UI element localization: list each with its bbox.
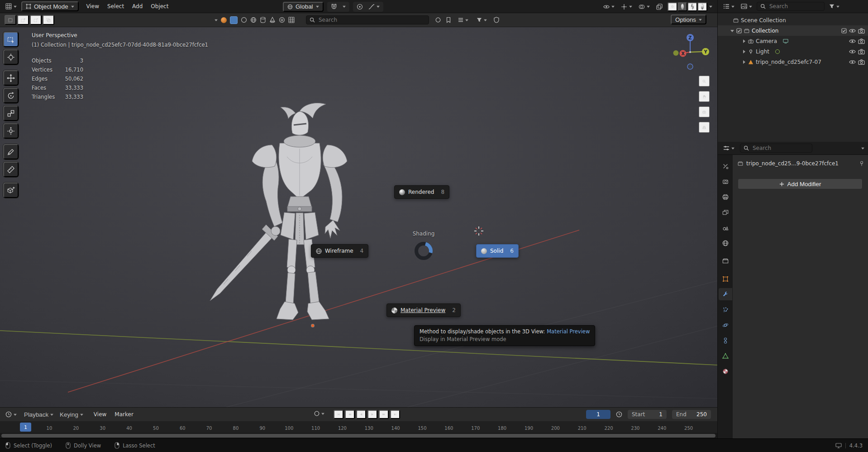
falloff-sphere-icon[interactable]	[221, 17, 227, 23]
overlays-dropdown[interactable]	[637, 3, 652, 11]
tool-cursor[interactable]	[3, 49, 19, 65]
hide-eye-icon[interactable]	[849, 48, 856, 55]
select-mode-subtract[interactable]	[30, 15, 42, 25]
expand-caret-icon[interactable]	[742, 60, 746, 64]
timeline-editor-type-button[interactable]	[4, 410, 19, 418]
exclude-checkbox-icon[interactable]	[841, 28, 847, 34]
tab-world[interactable]	[719, 237, 732, 249]
pie-item-rendered[interactable]: Rendered 8	[394, 185, 449, 199]
tool-search-input[interactable]	[318, 16, 425, 24]
pan-button[interactable]	[699, 91, 710, 102]
expand-caret-icon[interactable]	[730, 29, 734, 33]
tab-tool[interactable]	[719, 160, 732, 172]
playback-sync-dropdown[interactable]	[312, 410, 326, 417]
outliner-search[interactable]	[757, 2, 825, 11]
play-button[interactable]	[367, 410, 377, 419]
tool-scale[interactable]	[3, 106, 19, 121]
gizmo-neg-y-ball[interactable]	[673, 50, 679, 56]
tab-modifiers[interactable]	[719, 288, 732, 300]
bookmark-icon[interactable]	[445, 17, 452, 23]
3d-model-knight[interactable]	[204, 95, 394, 342]
tool-search[interactable]	[306, 15, 429, 24]
filter-dropdown[interactable]	[475, 16, 489, 24]
tool-rotate[interactable]	[3, 88, 19, 103]
outliner-row-light[interactable]: Light	[718, 46, 868, 57]
hide-eye-icon[interactable]	[849, 28, 856, 34]
tool-annotate[interactable]	[3, 144, 19, 159]
xray-toggle[interactable]	[654, 3, 664, 11]
tool-transform[interactable]	[3, 123, 19, 139]
camera-view-button[interactable]	[699, 106, 710, 117]
tab-object[interactable]	[719, 273, 732, 285]
tab-view-layer[interactable]	[719, 206, 732, 218]
primitive-torus-icon[interactable]	[279, 17, 285, 23]
shading-material-button[interactable]	[687, 2, 697, 11]
render-camera-icon[interactable]	[858, 48, 865, 55]
primitive-circle-icon[interactable]	[241, 17, 247, 23]
navigation-gizmo[interactable]: Z Y X	[671, 33, 709, 71]
hide-eye-icon[interactable]	[849, 38, 856, 44]
shield-icon[interactable]	[493, 17, 500, 23]
timeline-scrollbar[interactable]	[0, 433, 717, 438]
tool-move[interactable]	[3, 70, 19, 86]
select-mode-intersect[interactable]	[43, 15, 54, 25]
start-frame-field[interactable]: Start 1	[628, 410, 667, 419]
active-tool-toggle[interactable]	[230, 16, 238, 24]
add-modifier-button[interactable]: Add Modifier	[738, 178, 863, 189]
properties-editor-type-button[interactable]	[721, 144, 736, 152]
orthographic-toggle-button[interactable]	[699, 122, 710, 133]
current-frame-field[interactable]: 1	[586, 410, 610, 419]
timeline-view-menu[interactable]: View	[90, 411, 110, 418]
tab-particles[interactable]	[719, 303, 732, 316]
jump-to-start-button[interactable]	[334, 410, 343, 419]
hide-eye-icon[interactable]	[849, 59, 856, 65]
pie-item-wireframe[interactable]: Wireframe 4	[311, 244, 368, 258]
render-camera-icon[interactable]	[858, 28, 865, 34]
end-frame-field[interactable]: End 250	[672, 410, 711, 419]
menu-add[interactable]: Add	[128, 3, 147, 10]
menu-select[interactable]: Select	[103, 3, 128, 10]
proportional-editing-toggle[interactable]	[355, 3, 365, 11]
primitive-sphere-icon[interactable]	[250, 17, 257, 23]
render-camera-icon[interactable]	[858, 38, 865, 44]
primitive-cylinder-icon[interactable]	[260, 17, 266, 23]
display-circle-icon[interactable]	[435, 17, 441, 23]
scrollbar-thumb[interactable]	[1, 434, 715, 438]
menu-view[interactable]: View	[82, 3, 103, 10]
tool-options-caret[interactable]	[215, 19, 218, 21]
select-mode-extend[interactable]	[17, 15, 29, 25]
select-mode-set[interactable]	[5, 15, 16, 25]
primitive-grid-icon[interactable]	[288, 17, 295, 23]
checkbox-icon[interactable]	[736, 28, 742, 34]
tab-physics[interactable]	[719, 319, 732, 331]
jump-to-end-button[interactable]	[390, 410, 400, 419]
primitive-cone-icon[interactable]	[269, 17, 276, 23]
timeline-ruler[interactable]: 1 10203040506070809010011012013014015016…	[0, 421, 717, 433]
editor-type-button[interactable]	[4, 2, 19, 10]
tab-output[interactable]	[719, 191, 732, 203]
prev-keyframe-button[interactable]	[345, 410, 355, 419]
timeline-marker-menu[interactable]: Marker	[110, 411, 137, 418]
expand-caret-icon[interactable]	[742, 50, 746, 53]
orientation-dropdown[interactable]: Global	[283, 2, 324, 12]
shading-rendered-button[interactable]	[697, 2, 707, 11]
zoom-button[interactable]	[699, 76, 710, 87]
outliner-display-mode-dropdown[interactable]	[739, 2, 754, 10]
pie-item-solid[interactable]: Solid 6	[476, 244, 519, 258]
playhead[interactable]: 1	[20, 423, 31, 432]
3d-viewport[interactable]: User Perspective (1) Collection | tripo_…	[0, 27, 717, 407]
options-dropdown[interactable]: Options	[671, 14, 706, 24]
shading-solid-button[interactable]	[677, 2, 687, 11]
tab-collection[interactable]	[719, 255, 732, 267]
tab-render[interactable]	[719, 175, 732, 188]
keying-menu[interactable]: Keying	[58, 410, 85, 419]
tool-measure[interactable]	[3, 162, 19, 177]
tool-add-cube[interactable]	[3, 183, 19, 198]
properties-search-input[interactable]	[752, 144, 809, 152]
play-reverse-button[interactable]	[356, 410, 366, 419]
outliner-row-scene-collection[interactable]: Scene Collection	[718, 15, 868, 25]
list-display-dropdown[interactable]	[456, 16, 470, 24]
outliner-editor-type-button[interactable]	[721, 2, 736, 10]
menu-object[interactable]: Object	[147, 3, 172, 10]
snap-toggle[interactable]	[329, 3, 339, 11]
